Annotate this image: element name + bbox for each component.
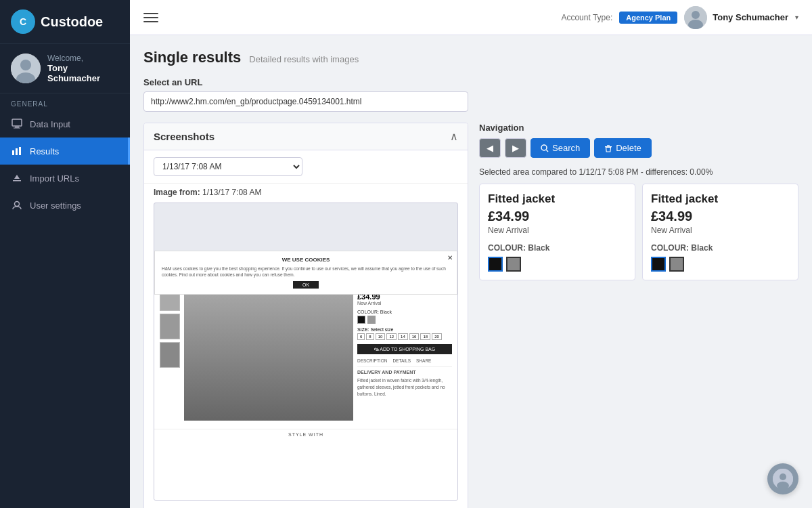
hm-size-14[interactable]: 14 <box>398 333 408 340</box>
comp-left-swatch-grey[interactable] <box>506 257 521 272</box>
comp-right-swatches <box>651 257 790 272</box>
comp-box-left: Fitted jacket £34.99 New Arrival COLOUR:… <box>479 184 635 280</box>
sidebar: C Custodoe Welcome, Tony Schumacher GENE… <box>0 0 130 508</box>
data-input-label: Data Input <box>30 119 70 129</box>
hm-size-label: SIZE: Select size <box>357 327 452 332</box>
nav-next-button[interactable]: ▶ <box>505 138 526 158</box>
image-from-strong: Image from: <box>154 188 200 197</box>
hm-thumb-3 <box>160 342 180 368</box>
nav-search-button[interactable]: Search <box>531 138 590 158</box>
app-name: Custodoe <box>41 14 103 30</box>
svg-rect-10 <box>19 147 21 155</box>
cookie-title: WE USE COOKIES <box>162 257 450 263</box>
url-select[interactable]: http://www2.hm.com/en_gb/productpage.045… <box>143 91 468 112</box>
svg-rect-11 <box>13 180 21 182</box>
svg-text:C: C <box>20 16 26 27</box>
sidebar-username: Tony Schumacher <box>47 63 119 83</box>
comp-left-swatch-black[interactable] <box>488 257 503 272</box>
comp-left-title: Fitted jacket <box>488 192 627 206</box>
hm-thumbnails <box>160 285 180 421</box>
search-icon <box>541 144 549 152</box>
sidebar-item-user-settings[interactable]: User settings <box>0 192 130 219</box>
screenshots-header[interactable]: Screenshots ∧ <box>144 123 468 150</box>
sidebar-user-info: Welcome, Tony Schumacher <box>47 54 119 83</box>
left-panel: Screenshots ∧ 1/13/17 7:08 AM Image from… <box>143 123 468 508</box>
hm-new-arrival: New Arrival <box>357 301 452 305</box>
comp-right-swatch-black[interactable] <box>651 257 666 272</box>
topbar-avatar <box>684 6 707 29</box>
hm-thumb-2 <box>160 314 180 339</box>
comp-right-swatch-grey[interactable] <box>669 257 684 272</box>
hm-size-10[interactable]: 10 <box>376 333 386 340</box>
sidebar-logo: C Custodoe <box>0 0 130 44</box>
topbar-left <box>143 13 158 22</box>
chart-icon <box>11 145 23 157</box>
comparison-boxes: Fitted jacket £34.99 New Arrival COLOUR:… <box>479 184 798 280</box>
import-icon <box>11 172 23 184</box>
sidebar-avatar <box>11 54 41 83</box>
collapse-button[interactable]: ∧ <box>450 130 458 143</box>
hm-size-18[interactable]: 18 <box>420 333 430 340</box>
cookie-ok-button[interactable]: OK <box>293 281 319 289</box>
svg-rect-20 <box>607 145 610 146</box>
page-title: Single results <box>143 49 241 66</box>
nav-prev-button[interactable]: ◀ <box>479 138 501 158</box>
sidebar-item-import-urls[interactable]: Import URLs <box>0 165 130 192</box>
svg-point-13 <box>15 202 20 207</box>
comp-left-price: £34.99 <box>488 209 627 224</box>
hm-main-image <box>184 285 353 421</box>
main-content: Single results Detailed results with ima… <box>130 35 812 508</box>
chat-bubble[interactable] <box>767 463 798 494</box>
hm-size-12[interactable]: 12 <box>386 333 397 340</box>
sidebar-nav: Data Input Results Import URLs User sett… <box>0 110 130 508</box>
svg-rect-7 <box>14 128 20 129</box>
hm-style-with: STYLE WITH <box>154 429 457 440</box>
comp-right-title: Fitted jacket <box>651 192 790 206</box>
svg-line-18 <box>547 150 549 152</box>
sidebar-item-results[interactable]: Results <box>0 137 130 165</box>
svg-marker-12 <box>14 175 20 179</box>
user-settings-label: User settings <box>30 200 81 211</box>
hamburger-menu[interactable] <box>143 13 158 22</box>
hm-size-6[interactable]: 6 <box>357 333 365 340</box>
chat-bubble-avatar <box>773 469 793 489</box>
hm-size-8[interactable]: 8 <box>366 333 374 340</box>
nav-buttons: ◀ ▶ Search Delete <box>479 138 798 158</box>
svg-point-15 <box>692 11 700 19</box>
cookie-text: H&M uses cookies to give you the best sh… <box>162 266 450 278</box>
hm-swatch-black[interactable] <box>357 316 365 324</box>
screenshots-section: Screenshots ∧ 1/13/17 7:08 AM Image from… <box>143 123 468 508</box>
main-area: Account Type: Agency Plan Tony Schumache… <box>130 0 812 508</box>
screenshot-image-wrapper: ✕ WE USE COOKIES H&M uses cookies to giv… <box>144 203 468 508</box>
topbar-username: Tony Schumacher <box>713 12 788 22</box>
results-label: Results <box>30 146 59 156</box>
delete-icon <box>604 144 612 152</box>
hm-color-swatches <box>357 316 452 324</box>
svg-rect-8 <box>12 150 14 155</box>
user-icon <box>11 199 23 211</box>
hm-swatch-grey[interactable] <box>367 316 376 324</box>
svg-point-17 <box>541 145 547 150</box>
url-label: Select an URL <box>143 77 798 87</box>
hm-size-16[interactable]: 16 <box>409 333 420 340</box>
hm-size-20[interactable]: 20 <box>432 333 442 340</box>
topbar-user[interactable]: Tony Schumacher ▾ <box>684 6 798 29</box>
sidebar-section-general: GENERAL <box>0 93 130 110</box>
cookie-close[interactable]: ✕ <box>447 254 453 261</box>
page-subtitle: Detailed results with images <box>249 54 359 64</box>
nav-delete-button[interactable]: Delete <box>594 138 652 158</box>
welcome-text: Welcome, <box>47 54 119 63</box>
hm-add-to-bag-button[interactable]: 🛍 ADD TO SHOPPING BAG <box>357 344 452 354</box>
sidebar-item-data-input[interactable]: Data Input <box>0 110 130 137</box>
comp-box-right: Fitted jacket £34.99 New Arrival COLOUR:… <box>642 184 798 280</box>
image-from-label: Image from: 1/13/17 7:08 AM <box>144 184 468 203</box>
account-type-label: Account Type: <box>561 13 612 22</box>
comp-right-new-arrival: New Arrival <box>651 226 790 235</box>
right-panel: Navigation ◀ ▶ Search Delete <box>468 123 798 508</box>
url-select-wrapper: http://www2.hm.com/en_gb/productpage.045… <box>143 91 798 112</box>
hm-sizes: 6 8 10 12 14 16 18 20 <box>357 333 452 340</box>
screenshot-image: ✕ WE USE COOKIES H&M uses cookies to giv… <box>154 203 458 501</box>
hm-colour-label: COLOUR: Black <box>357 310 452 314</box>
comp-right-price: £34.99 <box>651 209 790 224</box>
screenshot-date-select[interactable]: 1/13/17 7:08 AM <box>154 157 302 176</box>
